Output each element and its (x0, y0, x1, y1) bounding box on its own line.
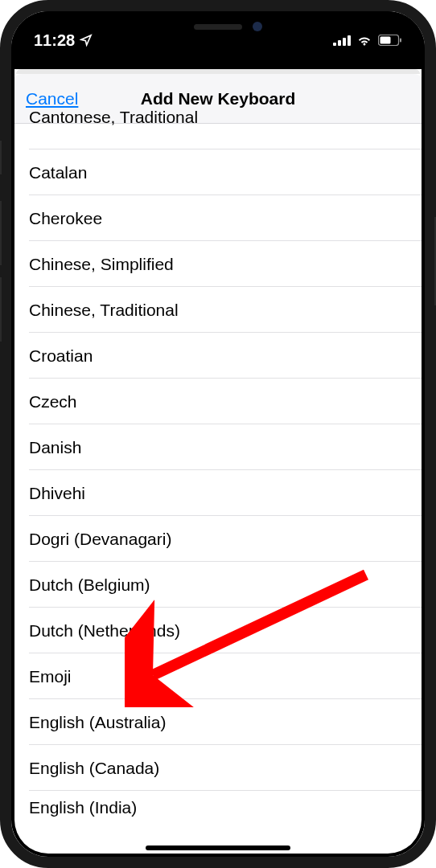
keyboard-label: Czech (29, 392, 77, 411)
keyboard-label: Croatian (29, 346, 93, 366)
svg-rect-2 (343, 38, 346, 46)
list-item[interactable]: Dutch (Netherlands) (11, 608, 425, 653)
keyboard-list[interactable]: Cantonese, Traditional Catalan Cherokee … (11, 124, 425, 825)
battery-icon (378, 35, 402, 46)
wifi-icon (356, 35, 372, 46)
notch (121, 11, 315, 42)
svg-rect-3 (348, 35, 351, 46)
svg-rect-0 (333, 43, 336, 46)
list-item[interactable]: Croatian (11, 333, 425, 379)
svg-rect-6 (400, 39, 401, 43)
list-item[interactable]: Danish (11, 424, 425, 470)
keyboard-label: English (India) (29, 798, 137, 817)
keyboard-label: Cantonese, Traditional (29, 108, 198, 127)
list-item[interactable]: English (Australia) (11, 699, 425, 745)
keyboard-label: Dutch (Belgium) (29, 575, 150, 595)
list-item[interactable]: Dhivehi (11, 470, 425, 516)
front-camera (253, 22, 262, 31)
svg-rect-1 (338, 40, 341, 46)
list-item[interactable]: Dogri (Devanagari) (11, 516, 425, 562)
list-item[interactable]: Chinese, Traditional (11, 287, 425, 333)
keyboard-label: Danish (29, 438, 81, 457)
keyboard-label: Dutch (Netherlands) (29, 621, 180, 641)
home-indicator[interactable] (146, 845, 290, 850)
keyboard-label: English (Canada) (29, 759, 159, 778)
list-item[interactable]: English (Canada) (11, 745, 425, 791)
svg-rect-5 (380, 37, 391, 44)
volume-down-button (0, 277, 2, 342)
list-item[interactable]: Emoji (11, 653, 425, 699)
status-time: 11:28 (34, 31, 75, 50)
keyboard-label: Dhivehi (29, 484, 85, 503)
keyboard-label: English (Australia) (29, 713, 166, 732)
keyboard-label: Dogri (Devanagari) (29, 530, 171, 549)
keyboard-label: Chinese, Traditional (29, 301, 179, 320)
list-item[interactable]: Cherokee (11, 195, 425, 241)
list-item[interactable]: Cantonese, Traditional (11, 124, 425, 149)
list-item[interactable]: Czech (11, 379, 425, 424)
cellular-signal-icon (333, 35, 351, 46)
cancel-button[interactable]: Cancel (26, 89, 78, 108)
location-arrow-icon (80, 34, 93, 47)
keyboard-label: Chinese, Simplified (29, 255, 174, 274)
list-item[interactable]: Catalan (11, 149, 425, 195)
list-item[interactable]: English (India) (11, 791, 425, 825)
keyboard-label: Emoji (29, 667, 72, 686)
speaker-grille (194, 24, 242, 30)
keyboard-label: Catalan (29, 163, 87, 182)
screen: Cancel Add New Keyboard Cantonese, Tradi… (11, 69, 425, 857)
list-item[interactable]: Chinese, Simplified (11, 241, 425, 287)
volume-up-button (0, 201, 2, 265)
mute-switch (0, 141, 2, 174)
keyboard-label: Cherokee (29, 209, 102, 228)
list-item[interactable]: Dutch (Belgium) (11, 562, 425, 608)
